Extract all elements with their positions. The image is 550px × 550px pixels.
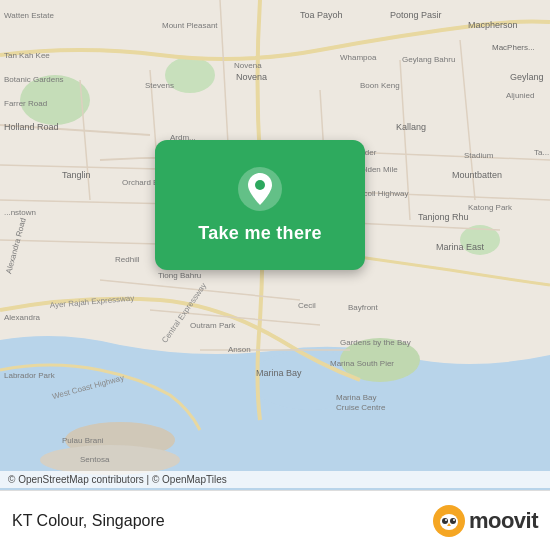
svg-text:Ta...: Ta... — [534, 148, 549, 157]
svg-point-79 — [255, 180, 265, 190]
svg-text:Botanic Gardens: Botanic Gardens — [4, 75, 64, 84]
svg-text:Tiong Bahru: Tiong Bahru — [158, 271, 201, 280]
svg-text:Mount Pleasant: Mount Pleasant — [162, 21, 218, 30]
svg-text:Kallang: Kallang — [396, 122, 426, 132]
attribution-bar: © OpenStreetMap contributors | © OpenMap… — [0, 471, 550, 488]
svg-text:Watten Estate: Watten Estate — [4, 11, 55, 20]
svg-text:Novena: Novena — [236, 72, 267, 82]
svg-text:Katong Park: Katong Park — [468, 203, 513, 212]
svg-text:Potong Pasir: Potong Pasir — [390, 10, 442, 20]
svg-point-83 — [450, 518, 456, 524]
svg-text:Macpherson: Macpherson — [468, 20, 518, 30]
svg-text:Whampoa: Whampoa — [340, 53, 377, 62]
action-card[interactable]: Take me there — [155, 140, 365, 270]
svg-text:Cruise Centre: Cruise Centre — [336, 403, 386, 412]
map-container[interactable]: Macpherson MacPhers... Holland Road Toa … — [0, 0, 550, 490]
svg-text:Alexandra: Alexandra — [4, 313, 41, 322]
svg-text:Farrer Road: Farrer Road — [4, 99, 47, 108]
take-me-there-button[interactable]: Take me there — [198, 223, 322, 244]
svg-text:Geylang Bahru: Geylang Bahru — [402, 55, 455, 64]
location-pin-icon — [238, 167, 282, 211]
svg-text:Outram Park: Outram Park — [190, 321, 236, 330]
svg-text:Stevens: Stevens — [145, 81, 174, 90]
svg-point-82 — [442, 518, 448, 524]
svg-text:Tanjong Rhu: Tanjong Rhu — [418, 212, 469, 222]
svg-text:Cecil: Cecil — [298, 301, 316, 310]
svg-text:Anson: Anson — [228, 345, 251, 354]
svg-text:Bayfront: Bayfront — [348, 303, 379, 312]
svg-text:Tan Kah Kee: Tan Kah Kee — [4, 51, 50, 60]
svg-text:Marina Bay: Marina Bay — [256, 368, 302, 378]
svg-text:Marina South Pier: Marina South Pier — [330, 359, 394, 368]
location-name: KT Colour, Singapore — [12, 512, 165, 530]
svg-point-84 — [445, 519, 447, 521]
svg-text:Marina Bay: Marina Bay — [336, 393, 376, 402]
svg-text:Novena: Novena — [234, 61, 262, 70]
svg-point-85 — [453, 519, 455, 521]
svg-text:Mountbatten: Mountbatten — [452, 170, 502, 180]
svg-text:Marina East: Marina East — [436, 242, 485, 252]
svg-text:Stadium: Stadium — [464, 151, 494, 160]
svg-text:Pulau Brani: Pulau Brani — [62, 436, 104, 445]
svg-text:Boon Keng: Boon Keng — [360, 81, 400, 90]
moovit-text: moovit — [469, 508, 538, 534]
bottom-bar: KT Colour, Singapore moovit — [0, 490, 550, 550]
svg-text:Toa Payoh: Toa Payoh — [300, 10, 343, 20]
svg-text:...nstown: ...nstown — [4, 208, 36, 217]
svg-text:Tanglin: Tanglin — [62, 170, 91, 180]
svg-text:Aljunied: Aljunied — [506, 91, 534, 100]
svg-text:Holland Road: Holland Road — [4, 122, 59, 132]
svg-text:Geylang: Geylang — [510, 72, 544, 82]
moovit-logo: moovit — [433, 505, 538, 537]
moovit-icon — [433, 505, 465, 537]
attribution-text: © OpenStreetMap contributors | © OpenMap… — [8, 474, 227, 485]
svg-text:Redhill: Redhill — [115, 255, 140, 264]
svg-text:Gardens by the Bay: Gardens by the Bay — [340, 338, 411, 347]
svg-text:Sentosa: Sentosa — [80, 455, 110, 464]
svg-text:MacPhers...: MacPhers... — [492, 43, 535, 52]
svg-text:Labrador Park: Labrador Park — [4, 371, 56, 380]
